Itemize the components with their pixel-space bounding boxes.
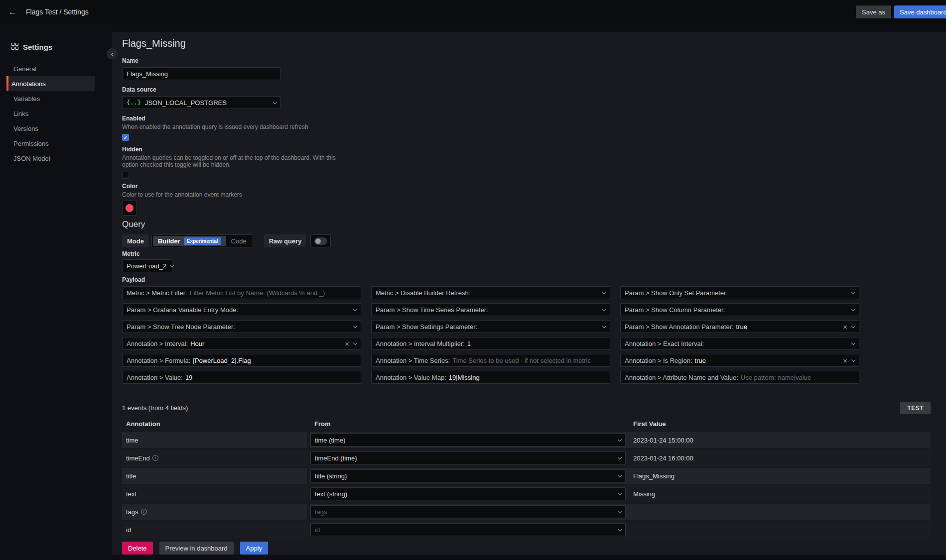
results-table: time time (time) 2023-01-24 15:00:00 tim…	[122, 432, 931, 538]
clear-icon[interactable]: ×	[345, 340, 349, 347]
actions-row: Delete Preview in dashboard Apply	[122, 542, 931, 555]
builder-label: Builder	[158, 237, 180, 245]
events-summary: 1 events (from 4 fields)	[122, 404, 188, 412]
sidebar-item-json-model[interactable]: JSON Model	[6, 151, 95, 166]
metric-label: Metric	[122, 250, 931, 257]
chevron-down-icon	[618, 509, 622, 513]
datasource-label: Data source	[122, 86, 931, 93]
payload-field-time-series[interactable]: Annotation > Time Series: Time Series to…	[371, 354, 610, 367]
row-body: text (string) Missing	[310, 486, 931, 502]
json-datasource-icon: {..}	[127, 99, 141, 106]
from-field-select[interactable]: id	[310, 523, 626, 536]
payload-field-value[interactable]: Annotation > Value: 19	[122, 371, 361, 384]
raw-query-label-chip: Raw query	[264, 234, 307, 247]
payload-field-show-settings-parameter[interactable]: Param > Show Settings Parameter:	[371, 320, 610, 333]
payload-field-interval-multiplier[interactable]: Annotation > Interval Multiplier: 1	[371, 337, 610, 350]
from-field-select[interactable]: title (string)	[310, 469, 626, 482]
table-row-tags: tags i tags	[122, 504, 931, 520]
payload-field-value-map[interactable]: Annotation > Value Map: 19|Missing	[371, 371, 610, 384]
payload-grid: Metric > Metric Filter: Filter Metric Li…	[122, 286, 931, 384]
sidebar-list: General Annotations Variables Links Vers…	[0, 61, 105, 166]
color-label: Color	[122, 183, 931, 190]
datasource-select[interactable]: {..} JSON_LOCAL_POSTGRES	[122, 96, 281, 109]
payload-field-interval[interactable]: Annotation > Interval: Hour ×	[122, 337, 361, 350]
header-annotation: Annotation	[122, 420, 310, 429]
from-field-select[interactable]: time (time)	[310, 434, 626, 447]
collapse-panel-button[interactable]: ‹	[107, 48, 118, 59]
name-input[interactable]	[122, 67, 281, 80]
from-field-select[interactable]: text (string)	[310, 487, 626, 500]
clear-icon[interactable]: ×	[843, 357, 847, 364]
grid-icon	[11, 43, 18, 51]
events-row: 1 events (from 4 fields) TEST	[122, 402, 931, 414]
chevron-down-icon	[851, 290, 855, 294]
payload-field-show-column-parameter[interactable]: Param > Show Column Parameter:	[620, 303, 859, 316]
table-row-time: time time (time) 2023-01-24 15:00:00	[122, 432, 931, 448]
payload-label: Payload	[122, 276, 931, 283]
payload-field-show-annotation-parameter[interactable]: Param > Show Annotation Parameter: true …	[620, 320, 859, 333]
info-icon[interactable]: i	[141, 509, 147, 515]
experimental-badge: Experimental	[184, 237, 221, 245]
payload-field-exact-interval[interactable]: Annotation > Exact Interval:	[620, 337, 859, 350]
payload-field-disable-builder-refresh[interactable]: Metric > Disable Builder Refresh:	[371, 286, 610, 299]
chevron-down-icon	[618, 491, 622, 495]
check-icon: ✓	[124, 135, 128, 140]
clear-icon[interactable]: ×	[843, 323, 847, 331]
delete-button[interactable]: Delete	[122, 542, 153, 555]
breadcrumb[interactable]: Flags Test / Settings	[26, 8, 89, 16]
hidden-checkbox[interactable]	[122, 172, 129, 179]
results-table-header: Annotation From First Value	[122, 420, 931, 429]
table-row-text: text text (string) Missing	[122, 486, 931, 502]
row-body: title (string) Flags_Missing	[310, 468, 931, 484]
enabled-checkbox[interactable]: ✓	[122, 134, 129, 141]
row-label: time	[122, 432, 307, 448]
sidebar-item-general[interactable]: General	[6, 61, 95, 76]
sidebar-item-variables[interactable]: Variables	[6, 91, 95, 106]
apply-button[interactable]: Apply	[240, 542, 269, 555]
raw-query-toggle[interactable]	[310, 234, 331, 247]
chevron-down-icon	[273, 100, 277, 104]
mode-option-code[interactable]: Code	[226, 236, 252, 246]
sidebar-item-permissions[interactable]: Permissions	[6, 136, 95, 151]
color-description: Color to use for the annotation event ma…	[122, 191, 931, 198]
row-body: tags	[310, 504, 931, 520]
sidebar-item-versions[interactable]: Versions	[6, 121, 95, 136]
sidebar-title-label: Settings	[23, 43, 52, 51]
from-field-select[interactable]: timeEnd (time)	[310, 451, 626, 464]
page-title: Flags_Missing	[122, 38, 931, 49]
color-picker[interactable]	[122, 201, 137, 216]
toggle-pill	[314, 237, 327, 245]
payload-field-show-time-series-parameter[interactable]: Param > Show Time Series Parameter:	[371, 303, 610, 316]
name-label: Name	[122, 57, 931, 64]
payload-field-show-only-set-parameter[interactable]: Param > Show Only Set Parameter:	[620, 286, 859, 299]
back-arrow-icon[interactable]: ←	[8, 6, 21, 17]
row-label: title	[122, 468, 307, 484]
sidebar-title: Settings	[11, 43, 105, 51]
test-button[interactable]: TEST	[900, 402, 931, 414]
sidebar-item-annotations[interactable]: Annotations	[6, 76, 95, 91]
enabled-label: Enabled	[122, 115, 931, 122]
payload-field-formula[interactable]: Annotation > Formula: [PowerLoad_2].Flag	[122, 354, 361, 367]
payload-field-is-region[interactable]: Annotation > Is Region: true ×	[620, 354, 859, 367]
metric-select[interactable]: PowerLoad_2	[122, 259, 172, 272]
row-label: id	[122, 522, 307, 538]
mode-option-builder[interactable]: Builder Experimental	[153, 236, 226, 246]
save-as-button[interactable]: Save as	[856, 5, 891, 18]
payload-field-metric-filter[interactable]: Metric > Metric Filter: Filter Metric Li…	[122, 286, 361, 299]
payload-field-grafana-variable-entry-mode[interactable]: Param > Grafana Variable Entry Mode:	[122, 303, 361, 316]
chevron-down-icon	[851, 324, 855, 328]
info-icon[interactable]: i	[152, 455, 158, 461]
first-value: 2023-01-24 16:00:00	[633, 454, 693, 462]
toggle-knob	[315, 238, 321, 244]
annotation-settings-panel: Flags_Missing Name Data source {..} JSON…	[112, 32, 946, 555]
datasource-value: JSON_LOCAL_POSTGRES	[145, 99, 227, 107]
sidebar-item-links[interactable]: Links	[6, 106, 95, 121]
table-row-id: id id	[122, 522, 931, 538]
row-label: text	[122, 486, 307, 502]
chevron-down-icon	[602, 324, 606, 328]
preview-in-dashboard-button[interactable]: Preview in dashboard	[159, 542, 234, 555]
payload-field-show-tree-node-parameter[interactable]: Param > Show Tree Node Parameter:	[122, 320, 361, 333]
from-field-select[interactable]: tags	[310, 505, 626, 518]
save-dashboard-button[interactable]: Save dashboard	[894, 5, 946, 18]
payload-field-attribute-name-and-value[interactable]: Annotation > Attribute Name and Value: U…	[620, 371, 859, 384]
